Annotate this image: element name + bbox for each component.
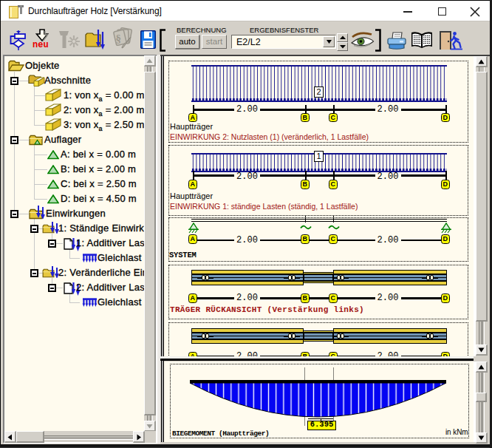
svg-text:§: § [116, 33, 122, 44]
